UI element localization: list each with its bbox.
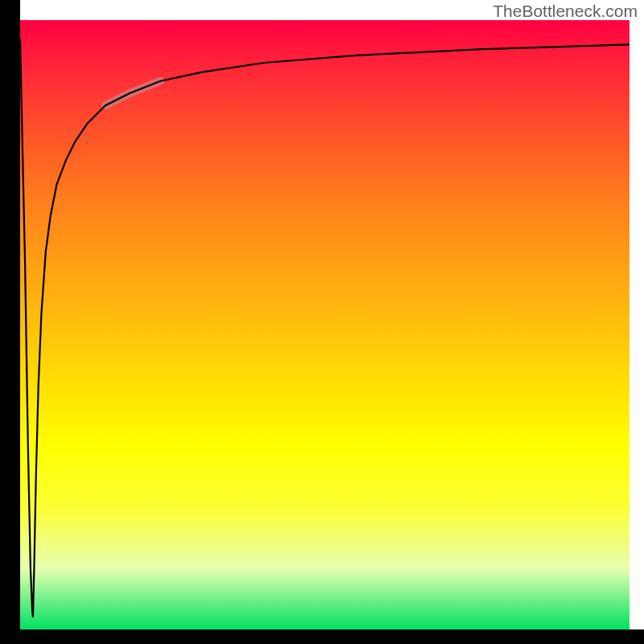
x-axis-strip (0, 630, 644, 644)
attribution-text: TheBottleneck.com (493, 2, 638, 21)
chart-frame: TheBottleneck.com (0, 0, 644, 644)
gradient-background (20, 20, 630, 630)
y-axis-strip (0, 0, 20, 644)
